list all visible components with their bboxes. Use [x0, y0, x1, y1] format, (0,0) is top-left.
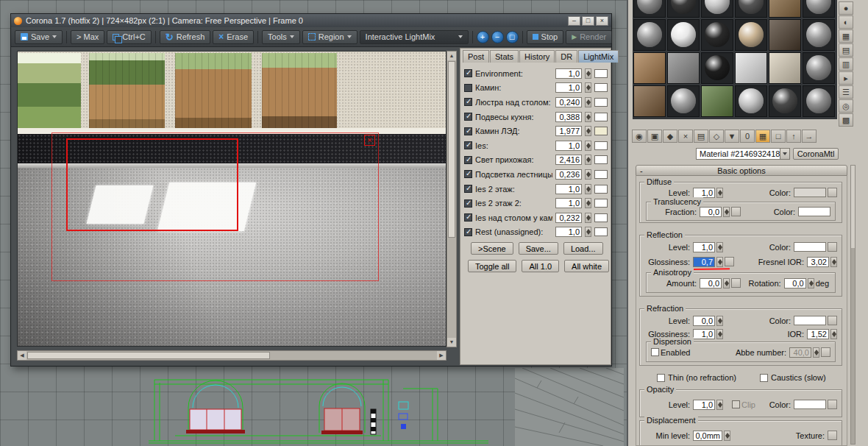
lightmix-spinner[interactable]	[585, 198, 591, 208]
abbe-number-input[interactable]: 40,0	[789, 347, 811, 358]
material-slot[interactable]	[667, 19, 700, 51]
material-slot[interactable]	[735, 0, 767, 18]
material-slot[interactable]	[735, 19, 767, 51]
clip-checkbox[interactable]	[732, 400, 740, 408]
material-slot[interactable]	[803, 52, 835, 84]
reset-material-icon[interactable]: ×	[678, 130, 693, 143]
anisotropy-map-button[interactable]	[731, 278, 741, 288]
rotation-input[interactable]: 0,0	[784, 278, 806, 289]
material-slot[interactable]	[667, 0, 700, 18]
tab-dr[interactable]: DR	[555, 50, 577, 63]
select-by-material-icon[interactable]: ◎	[839, 99, 853, 113]
material-slot[interactable]	[633, 85, 666, 117]
all-white-button[interactable]: All white	[564, 260, 609, 272]
material-slot[interactable]	[769, 85, 801, 117]
material-slot[interactable]	[667, 52, 700, 84]
lightmix-spinner[interactable]	[585, 112, 591, 122]
lightmix-spinner[interactable]	[585, 184, 591, 194]
sample-type-icon[interactable]: ●	[839, 1, 853, 15]
spinner[interactable]	[716, 400, 723, 410]
get-material-icon[interactable]: ◉	[632, 130, 647, 143]
options-icon[interactable]: ☰	[839, 85, 853, 99]
spinner[interactable]	[716, 257, 723, 267]
lightmix-checkbox[interactable]	[464, 213, 472, 222]
lightmix-save-button[interactable]: Save...	[519, 242, 558, 255]
diffuse-level-input[interactable]: 1,0	[693, 188, 715, 198]
lightmix-color-swatch[interactable]	[594, 213, 608, 222]
show-end-result-icon[interactable]: □	[771, 130, 786, 143]
scrollbar-thumb[interactable]	[851, 166, 855, 248]
material-slot[interactable]	[803, 85, 835, 117]
tab-post[interactable]: Post	[463, 50, 489, 63]
tab-history[interactable]: History	[519, 50, 555, 63]
thin-checkbox[interactable]	[657, 374, 665, 382]
lightmix-spinner[interactable]	[585, 169, 591, 180]
put-material-to-scene-icon[interactable]: ▣	[647, 130, 662, 143]
lightmix-checkbox[interactable]	[464, 170, 472, 178]
lightmix-checkbox[interactable]	[464, 185, 472, 193]
displacement-texture-button[interactable]	[828, 431, 837, 440]
diffuse-color-swatch[interactable]	[794, 188, 826, 197]
lightmix-checkbox[interactable]	[464, 113, 472, 121]
lightmix-checkbox[interactable]	[464, 228, 472, 236]
vfb-refresh-button[interactable]: ↻Refresh	[160, 30, 210, 44]
lightmix-spinner[interactable]	[585, 97, 591, 107]
lightmix-spinner[interactable]	[585, 227, 591, 237]
material-id-channel-icon[interactable]: 0	[740, 130, 755, 143]
spinner[interactable]	[716, 329, 723, 339]
dispersion-map-button[interactable]	[821, 347, 830, 357]
elevation-drawing-viewport[interactable]	[146, 368, 491, 446]
material-slot[interactable]	[803, 0, 835, 18]
spinner[interactable]	[716, 242, 723, 252]
lightmix-value-input[interactable]: 1,0	[555, 68, 582, 79]
anisotropy-amount-input[interactable]: 0,0	[700, 278, 722, 289]
backlight-icon[interactable]: ◐	[839, 15, 853, 29]
reflection-color-swatch[interactable]	[794, 242, 826, 252]
translucency-map-button[interactable]	[731, 207, 741, 216]
lightmix-value-input[interactable]: 0,388	[555, 112, 582, 122]
fresnel-ior-input[interactable]: 3,02	[807, 257, 829, 267]
lightmix-value-input[interactable]: 1,977	[555, 126, 582, 136]
lightmix-load-button[interactable]: Load...	[563, 242, 603, 255]
lightmix-color-swatch[interactable]	[594, 127, 608, 135]
lightmix-spinner[interactable]	[585, 82, 591, 93]
parquet-viewport[interactable]	[515, 368, 624, 446]
vfb-save-button[interactable]: Save	[15, 30, 63, 44]
scrollbar-thumb[interactable]	[448, 61, 455, 238]
close-button[interactable]: ×	[596, 16, 608, 26]
maximize-button[interactable]: □	[582, 16, 594, 26]
material-slot[interactable]	[769, 19, 801, 51]
scroll-down-icon[interactable]: ▼	[447, 338, 456, 347]
lightmix-color-swatch[interactable]	[594, 185, 608, 194]
translucency-color-swatch[interactable]	[798, 207, 830, 216]
lightmix-spinner[interactable]	[585, 68, 591, 79]
tab-lightmix[interactable]: LightMix	[578, 50, 619, 63]
ior-input[interactable]: 1,52	[807, 329, 829, 339]
make-material-copy-icon[interactable]: ▤	[694, 130, 708, 143]
render-vertical-scrollbar[interactable]: ▲ ▼	[447, 51, 457, 347]
material-slot[interactable]	[701, 52, 733, 84]
lightmix-value-input[interactable]: 2,416	[555, 155, 582, 165]
background-icon[interactable]: ▦	[839, 29, 853, 43]
lightmix-value-input[interactable]: 1,0	[555, 227, 582, 237]
lightmix-value-input[interactable]: 1,0	[555, 184, 582, 194]
make-unique-icon[interactable]: ◇	[709, 130, 724, 143]
scene-button[interactable]: >Scene	[471, 242, 513, 255]
render-horizontal-scrollbar[interactable]: ◀ ▶	[17, 350, 447, 361]
material-slot[interactable]	[803, 19, 835, 51]
reflection-map-button[interactable]	[828, 242, 837, 252]
lightmix-checkbox[interactable]	[464, 84, 472, 92]
put-to-library-icon[interactable]: ▼	[725, 130, 739, 143]
scrollbar-thumb[interactable]	[27, 352, 270, 359]
material-slot[interactable]	[633, 0, 666, 18]
material-map-navigator-icon[interactable]: ▩	[839, 113, 853, 127]
lightmix-value-input[interactable]: 0,236	[555, 169, 582, 180]
spinner[interactable]	[724, 431, 730, 441]
refraction-glossiness-input[interactable]: 1,0	[693, 329, 715, 339]
render-region-rect[interactable]	[66, 138, 238, 231]
spinner[interactable]	[723, 207, 730, 217]
spinner[interactable]	[813, 347, 819, 358]
vfb-erase-button[interactable]: ×Erase	[213, 30, 254, 44]
material-slot[interactable]	[701, 19, 733, 51]
lightmix-value-input[interactable]: 1,0	[555, 141, 582, 151]
